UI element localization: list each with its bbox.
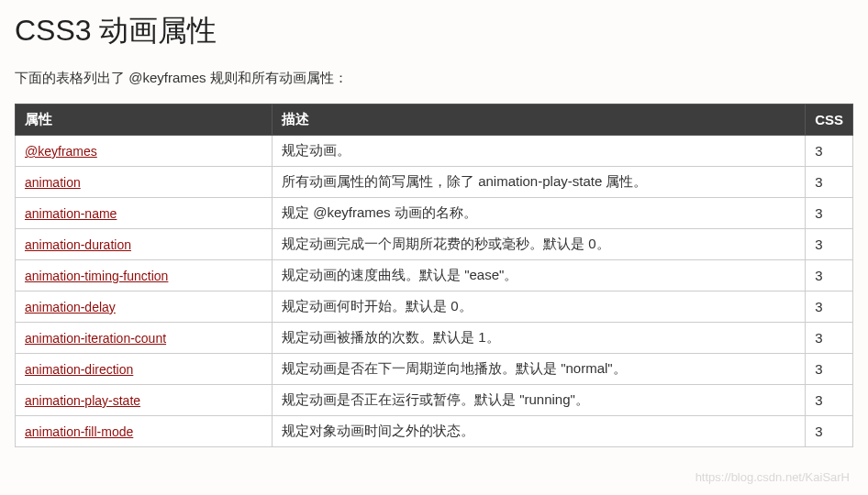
cell-css-version: 3	[806, 229, 853, 260]
cell-css-version: 3	[806, 416, 853, 447]
property-link[interactable]: animation-iteration-count	[25, 331, 166, 346]
cell-description: 规定动画被播放的次数。默认是 1。	[273, 323, 806, 354]
cell-property: animation-delay	[16, 292, 273, 323]
table-row: animation-direction规定动画是否在下一周期逆向地播放。默认是 …	[16, 354, 853, 385]
table-row: animation所有动画属性的简写属性，除了 animation-play-s…	[16, 167, 853, 198]
animation-properties-table: 属性 描述 CSS @keyframes规定动画。3animation所有动画属…	[15, 104, 853, 447]
property-link[interactable]: animation-fill-mode	[25, 424, 133, 439]
cell-description: 规定动画是否正在运行或暂停。默认是 "running"。	[273, 385, 806, 416]
table-row: animation-timing-function规定动画的速度曲线。默认是 "…	[16, 260, 853, 292]
cell-property: animation-name	[16, 198, 273, 229]
property-link[interactable]: animation-play-state	[25, 393, 140, 408]
cell-description: 规定动画。	[273, 136, 806, 167]
property-link[interactable]: animation-direction	[25, 362, 133, 377]
property-link[interactable]: animation-delay	[25, 300, 116, 314]
table-header-row: 属性 描述 CSS	[16, 104, 853, 136]
table-row: @keyframes规定动画。3	[16, 136, 853, 167]
property-link[interactable]: animation-duration	[25, 237, 131, 252]
cell-property: animation-fill-mode	[16, 416, 273, 447]
cell-description: 规定动画的速度曲线。默认是 "ease"。	[273, 260, 806, 292]
table-row: animation-delay规定动画何时开始。默认是 0。3	[16, 292, 853, 323]
header-property: 属性	[16, 104, 273, 136]
page-title: CSS3 动画属性	[15, 11, 853, 51]
property-link[interactable]: animation-timing-function	[25, 269, 168, 283]
cell-css-version: 3	[806, 260, 853, 292]
cell-description: 规定动画完成一个周期所花费的秒或毫秒。默认是 0。	[273, 229, 806, 260]
header-css: CSS	[806, 104, 853, 136]
cell-css-version: 3	[806, 292, 853, 323]
cell-description: 规定 @keyframes 动画的名称。	[273, 198, 806, 229]
cell-css-version: 3	[806, 385, 853, 416]
property-link[interactable]: animation-name	[25, 206, 117, 221]
cell-property: @keyframes	[16, 136, 273, 167]
table-row: animation-fill-mode规定对象动画时间之外的状态。3	[16, 416, 853, 447]
cell-description: 所有动画属性的简写属性，除了 animation-play-state 属性。	[273, 167, 806, 198]
property-link[interactable]: @keyframes	[25, 144, 97, 159]
cell-description: 规定动画是否在下一周期逆向地播放。默认是 "normal"。	[273, 354, 806, 385]
cell-description: 规定对象动画时间之外的状态。	[273, 416, 806, 447]
intro-text: 下面的表格列出了 @keyframes 规则和所有动画属性：	[15, 70, 853, 87]
cell-property: animation-timing-function	[16, 260, 273, 292]
header-description: 描述	[273, 104, 806, 136]
cell-css-version: 3	[806, 167, 853, 198]
cell-css-version: 3	[806, 323, 853, 354]
cell-description: 规定动画何时开始。默认是 0。	[273, 292, 806, 323]
cell-property: animation-duration	[16, 229, 273, 260]
cell-property: animation-direction	[16, 354, 273, 385]
table-row: animation-iteration-count规定动画被播放的次数。默认是 …	[16, 323, 853, 354]
cell-css-version: 3	[806, 198, 853, 229]
table-row: animation-play-state规定动画是否正在运行或暂停。默认是 "r…	[16, 385, 853, 416]
cell-property: animation-play-state	[16, 385, 273, 416]
cell-css-version: 3	[806, 354, 853, 385]
table-row: animation-duration规定动画完成一个周期所花费的秒或毫秒。默认是…	[16, 229, 853, 260]
table-row: animation-name规定 @keyframes 动画的名称。3	[16, 198, 853, 229]
property-link[interactable]: animation	[25, 175, 81, 190]
cell-property: animation-iteration-count	[16, 323, 273, 354]
cell-property: animation	[16, 167, 273, 198]
cell-css-version: 3	[806, 136, 853, 167]
